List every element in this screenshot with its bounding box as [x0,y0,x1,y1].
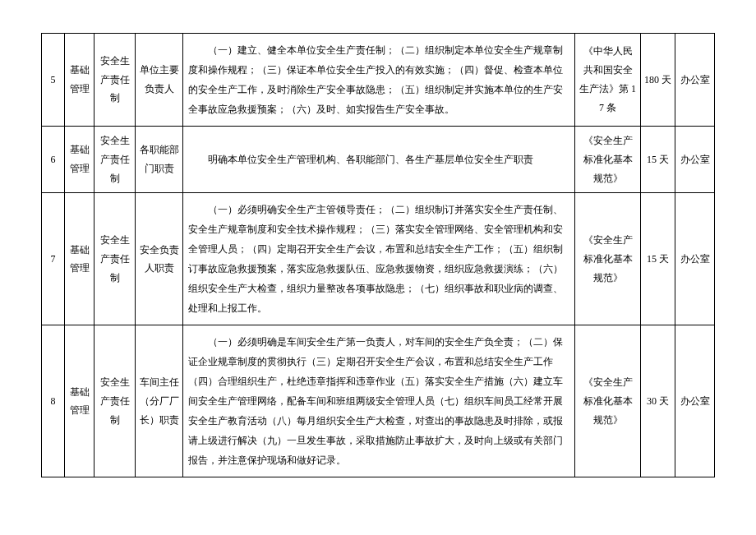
cell-system: 安全生产责任制 [94,127,136,193]
responsibility-table: 5 基础管理 安全生产责任制 单位主要负责人 （一）建立、健全本单位安全生产责任… [41,33,715,477]
cell-dept: 办公室 [675,193,715,325]
cell-category: 基础管理 [65,34,94,127]
cell-category: 基础管理 [65,325,94,477]
cell-role: 安全负责人职责 [136,193,183,325]
cell-reference: 《中华人民共和国安全生产法》第 17 条 [575,34,641,127]
cell-dept: 办公室 [675,325,715,477]
table-row: 8 基础管理 安全生产责任制 车间主任（分厂厂长）职责 （一）必须明确是车间安全… [42,325,715,477]
cell-index: 7 [42,193,65,325]
cell-system: 安全生产责任制 [94,193,136,325]
cell-role: 单位主要负责人 [136,34,183,127]
cell-dept: 办公室 [675,34,715,127]
cell-days: 15 天 [641,127,675,193]
cell-content: （一）建立、健全本单位安全生产责任制；（二）组织制定本单位安全生产规章制度和操作… [183,34,575,127]
cell-dept: 办公室 [675,127,715,193]
cell-system: 安全生产责任制 [94,34,136,127]
table-row: 7 基础管理 安全生产责任制 安全负责人职责 （一）必须明确安全生产主管领导责任… [42,193,715,325]
cell-days: 30 天 [641,325,675,477]
cell-role: 车间主任（分厂厂长）职责 [136,325,183,477]
cell-content: （一）必须明确是车间安全生产第一负责人，对车间的安全生产负全责；（二）保证企业规… [183,325,575,477]
cell-index: 6 [42,127,65,193]
table-body: 5 基础管理 安全生产责任制 单位主要负责人 （一）建立、健全本单位安全生产责任… [42,34,715,477]
cell-days: 180 天 [641,34,675,127]
cell-index: 8 [42,325,65,477]
cell-system: 安全生产责任制 [94,325,136,477]
cell-category: 基础管理 [65,127,94,193]
cell-content: 明确本单位安全生产管理机构、各职能部门、各生产基层单位安全生产职责 [183,127,575,193]
table-row: 6 基础管理 安全生产责任制 各职能部门职责 明确本单位安全生产管理机构、各职能… [42,127,715,193]
table-row: 5 基础管理 安全生产责任制 单位主要负责人 （一）建立、健全本单位安全生产责任… [42,34,715,127]
cell-index: 5 [42,34,65,127]
cell-reference: 《安全生产标准化基本规范》 [575,325,641,477]
cell-reference: 《安全生产标准化基本规范》 [575,193,641,325]
cell-days: 15 天 [641,193,675,325]
cell-category: 基础管理 [65,193,94,325]
cell-reference: 《安全生产标准化基本规范》 [575,127,641,193]
cell-role: 各职能部门职责 [136,127,183,193]
cell-content: （一）必须明确安全生产主管领导责任；（二）组织制订并落实安全生产责任制、安全生产… [183,193,575,325]
